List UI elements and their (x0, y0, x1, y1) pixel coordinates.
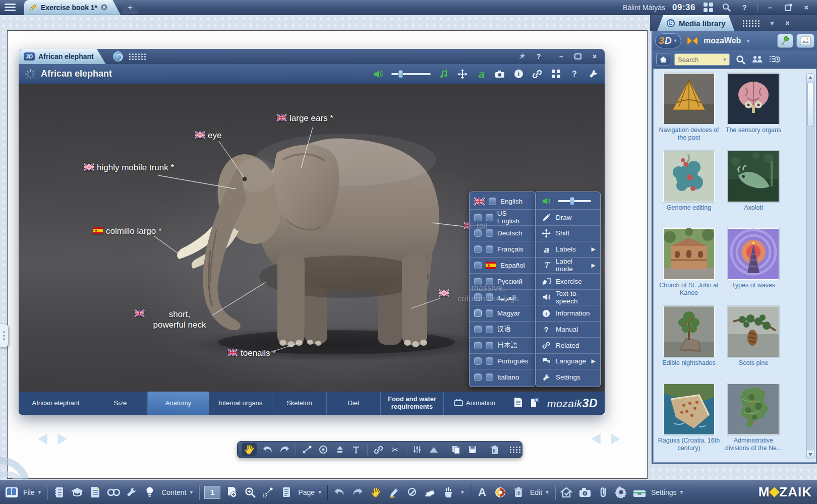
media-nav-diamond-icon[interactable] (686, 36, 699, 45)
edit-menu[interactable]: Edit▼ (530, 488, 550, 496)
language-checkbox[interactable] (474, 309, 482, 317)
context-item-settings[interactable]: Settings (536, 369, 600, 385)
connector-tool-icon[interactable] (302, 443, 313, 456)
language-item-us-english[interactable]: US English (470, 209, 535, 225)
pin-tool-icon[interactable] (351, 443, 362, 456)
language-checkbox[interactable] (474, 278, 482, 285)
window-maximize-icon[interactable] (572, 51, 583, 62)
content-menu[interactable]: Content▼ (161, 488, 194, 496)
cut-tool-icon[interactable]: ✂ (389, 443, 400, 456)
language-checkbox[interactable] (486, 278, 493, 285)
media-search-input[interactable] (677, 55, 722, 64)
pen-holder-icon[interactable] (442, 486, 455, 499)
volume-slider-handle[interactable] (398, 70, 403, 78)
restore-icon[interactable] (783, 2, 794, 13)
lesson-icon[interactable] (71, 486, 84, 499)
language-item-chinese[interactable]: 汉语 (470, 321, 535, 337)
context-volume-slider[interactable] (558, 200, 591, 202)
lightbulb-icon[interactable] (143, 486, 156, 499)
language-item-japanese[interactable]: 日本語 (470, 337, 535, 353)
tab-skeleton[interactable]: Skeleton (272, 392, 327, 415)
drag-dots-icon[interactable] (743, 20, 760, 27)
apps-grid-icon[interactable] (703, 2, 714, 13)
hand-tool-icon[interactable] (369, 486, 382, 499)
language-checkbox[interactable] (486, 214, 493, 221)
language-checkbox[interactable] (474, 262, 482, 269)
media-item[interactable]: Administrative divisions of the Ne... (721, 384, 786, 461)
page-menu[interactable]: Page▼ (298, 488, 322, 496)
context-item-draw[interactable]: Draw (536, 209, 600, 225)
language-checkbox[interactable] (474, 357, 482, 365)
search-dropdown-icon[interactable]: ▼ (722, 57, 727, 62)
language-checkbox[interactable] (486, 357, 493, 365)
close-app-icon[interactable]: × (801, 2, 812, 13)
language-checkbox[interactable] (486, 245, 493, 253)
language-checkbox[interactable] (474, 245, 482, 253)
mozaweb-source-label[interactable]: mozaWeb (704, 36, 741, 45)
3d-viewport[interactable]: large ears * eye highly mobile trunk * c… (19, 84, 605, 392)
close-panel-icon[interactable]: × (782, 19, 792, 27)
copy-tool-icon[interactable] (451, 443, 462, 456)
language-item-italiano[interactable]: Italiano (470, 369, 535, 385)
adjust-tool-icon[interactable] (412, 443, 423, 456)
new-tab-button[interactable]: + (122, 1, 139, 14)
redo-icon[interactable] (279, 443, 290, 456)
raise-tool-icon[interactable] (334, 443, 345, 456)
context-item-language[interactable]: Language ▶ (536, 353, 600, 369)
language-item-arabic[interactable]: العربية (470, 289, 535, 305)
media-library-tab[interactable]: Media library (657, 15, 735, 31)
paperclip-icon[interactable] (597, 486, 610, 499)
bookmark-add-icon[interactable] (531, 397, 539, 409)
orientation-globe-icon[interactable] (113, 51, 123, 61)
file-menu[interactable]: File▼ (23, 488, 42, 496)
toolbar-drag-handle[interactable] (506, 443, 519, 456)
context-volume-row[interactable] (536, 194, 600, 209)
notes-icon[interactable] (514, 397, 522, 409)
media-search-button[interactable] (734, 53, 747, 66)
context-item-related[interactable]: Related (536, 337, 600, 353)
zoom-page-icon[interactable] (244, 486, 257, 499)
save-tool-icon[interactable] (467, 443, 478, 456)
highlighter-icon[interactable] (387, 486, 400, 499)
trash-icon[interactable] (512, 486, 525, 499)
tab-african-elephant[interactable]: African elephant (19, 392, 93, 415)
tools-icon[interactable] (125, 486, 138, 499)
media-community-icon[interactable] (751, 53, 764, 66)
labels-icon[interactable]: a (476, 69, 487, 80)
language-checkbox[interactable] (489, 198, 496, 205)
hand-tool-button[interactable] (242, 443, 257, 456)
3d-window-tab[interactable]: 3D African elephant (19, 49, 106, 64)
tab-size[interactable]: Size (93, 392, 148, 415)
eraser-icon[interactable] (424, 486, 437, 499)
main-menu-icon[interactable] (0, 0, 20, 15)
settings-wrench-icon[interactable] (588, 69, 599, 80)
search-icon[interactable] (721, 2, 732, 13)
context-item-label-mode[interactable]: T Label mode ▶ (536, 257, 600, 273)
media-scrollbar[interactable] (806, 73, 814, 459)
language-checkbox[interactable] (486, 293, 493, 301)
window-minimize-icon[interactable]: – (556, 52, 566, 60)
page-number-box[interactable]: 1 (204, 486, 220, 499)
book-icon[interactable] (5, 486, 18, 499)
drawer-icon[interactable] (633, 486, 646, 499)
minimize-icon[interactable]: – (765, 2, 776, 13)
language-checkbox[interactable] (486, 326, 493, 333)
language-item-russian[interactable]: Русский (470, 273, 535, 289)
help-icon[interactable]: ? (739, 2, 750, 13)
language-checkbox[interactable] (486, 309, 493, 317)
settings-menu[interactable]: Settings▼ (651, 488, 684, 496)
media-item[interactable]: Axolotl (721, 151, 786, 228)
drag-dots-icon[interactable] (129, 53, 146, 60)
pin-media-button[interactable] (777, 34, 793, 48)
tab-internal-organs[interactable]: Internal organs (209, 392, 272, 415)
language-checkbox[interactable] (486, 229, 493, 237)
tab-animation[interactable]: Animation (444, 392, 505, 415)
language-checkbox[interactable] (474, 373, 482, 381)
info-icon[interactable]: i (513, 69, 524, 80)
language-checkbox[interactable] (486, 342, 493, 349)
page-forward-icon[interactable] (55, 431, 73, 447)
context-item-tts[interactable]: Text-to-speech (536, 289, 600, 305)
context-volume-handle[interactable] (570, 197, 574, 205)
scroll-down-icon[interactable] (807, 451, 814, 459)
link-icon[interactable] (532, 69, 543, 80)
